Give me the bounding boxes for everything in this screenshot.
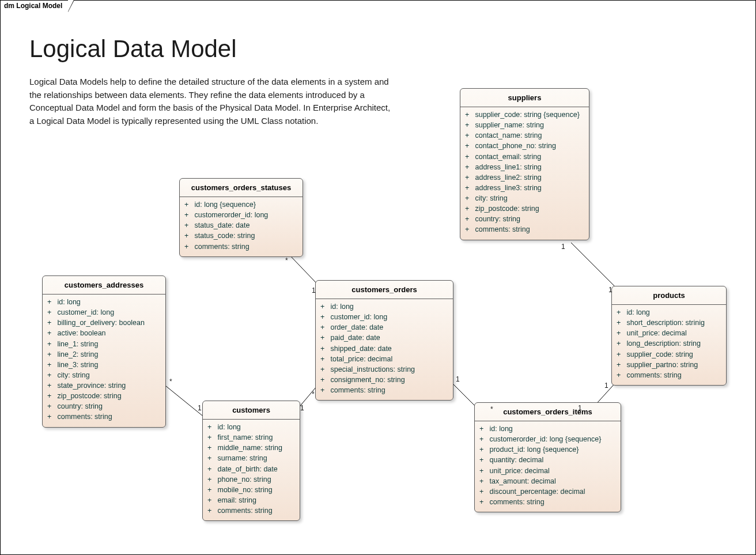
- attribute-text: line_3: string: [55, 361, 98, 369]
- entity-customers-orders-items: customers_orders_items + id: long+ custo…: [474, 402, 621, 512]
- entity-header: customers_orders_statuses: [180, 179, 303, 197]
- entity-body: + id: long+ customer_id: long+ order_dat…: [316, 299, 453, 400]
- attribute-row: + comments: string: [320, 385, 448, 395]
- attribute-text: shipped_date: date: [328, 345, 392, 353]
- visibility-marker: +: [479, 424, 487, 434]
- visibility-marker: +: [479, 497, 487, 507]
- attribute-row: + paid_date: date: [320, 333, 448, 343]
- attribute-row: + surname: string: [207, 453, 295, 463]
- visibility-marker: +: [207, 495, 216, 505]
- attribute-text: comments: string: [487, 498, 545, 506]
- attribute-row: + short_description: strinig: [617, 318, 721, 328]
- attribute-text: order_date: date: [328, 323, 383, 331]
- visibility-marker: +: [320, 301, 328, 312]
- entity-customers: customers + id: long+ first_name: string…: [202, 401, 300, 521]
- visibility-marker: +: [47, 297, 55, 307]
- attribute-text: total_price: decimal: [328, 355, 392, 363]
- attribute-text: zip_postcode: string: [55, 392, 122, 400]
- entity-body: + id: long+ customer_id: long+ billing_o…: [43, 295, 165, 427]
- attribute-row: + status_date: date: [184, 220, 298, 231]
- attribute-row: + state_province: string: [47, 380, 161, 391]
- visibility-marker: +: [465, 162, 473, 172]
- entity-customers-orders-statuses: customers_orders_statuses + id: long {se…: [179, 178, 303, 257]
- multiplicity-label: 1: [300, 404, 304, 412]
- attribute-row: + country: string: [47, 401, 161, 411]
- attribute-row: + discount_percentage: decimal: [479, 486, 616, 497]
- attribute-row: + total_price: decimal: [320, 354, 448, 364]
- attribute-text: product_id: long {sequence}: [487, 445, 579, 454]
- attribute-row: + address_line1: string: [465, 162, 584, 172]
- visibility-marker: +: [617, 370, 625, 380]
- attribute-text: customer_id: long: [328, 313, 387, 321]
- visibility-marker: +: [479, 444, 487, 455]
- attribute-text: contact_phone_no: string: [473, 142, 556, 150]
- entity-body: + id: long {sequence}+ customerorder_id:…: [180, 197, 303, 256]
- visibility-marker: +: [617, 349, 625, 360]
- visibility-marker: +: [465, 152, 473, 162]
- attribute-text: tax_amount: decimal: [487, 477, 556, 485]
- entity-customers-addresses: customers_addresses + id: long+ customer…: [42, 275, 166, 428]
- attribute-row: + id: long: [320, 301, 448, 312]
- attribute-text: address_line1: string: [473, 163, 542, 171]
- attribute-text: long_description: string: [625, 339, 701, 348]
- svg-line-1: [160, 381, 202, 416]
- attribute-row: + order_date: date: [320, 322, 448, 333]
- visibility-marker: +: [465, 141, 473, 151]
- attribute-row: + zip_postcode: string: [465, 203, 584, 214]
- attribute-text: supplier_code: string {sequence}: [473, 111, 580, 119]
- attribute-text: address_line2: string: [473, 173, 542, 182]
- attribute-row: + quantity: decimal: [479, 455, 616, 465]
- visibility-marker: +: [207, 422, 216, 432]
- visibility-marker: +: [465, 110, 473, 120]
- visibility-marker: +: [47, 380, 55, 391]
- entity-body: + id: long+ first_name: string+ middle_n…: [203, 420, 300, 520]
- entity-customers-orders: customers_orders + id: long+ customer_id…: [315, 280, 453, 401]
- attribute-text: supplier_partno: string: [625, 361, 698, 369]
- svg-line-5: [571, 243, 620, 292]
- visibility-marker: +: [465, 193, 473, 203]
- attribute-row: + email: string: [207, 495, 295, 505]
- attribute-text: first_name: string: [216, 433, 273, 441]
- attribute-row: + address_line3: string: [465, 183, 584, 193]
- visibility-marker: +: [479, 455, 487, 465]
- visibility-marker: +: [320, 385, 328, 395]
- attribute-text: zip_postcode: string: [473, 205, 539, 213]
- attribute-text: active: boolean: [55, 329, 106, 337]
- visibility-marker: +: [184, 199, 192, 210]
- attribute-row: + unit_price: decimal: [617, 328, 721, 338]
- attribute-row: + contact_phone_no: string: [465, 141, 584, 151]
- attribute-text: supplier_name: string: [473, 121, 544, 129]
- attribute-text: email: string: [216, 496, 256, 504]
- attribute-text: country: string: [55, 402, 103, 410]
- visibility-marker: +: [465, 183, 473, 193]
- multiplicity-label: 1: [561, 243, 565, 251]
- entity-header: suppliers: [460, 89, 589, 107]
- attribute-text: billing_or_delivery: boolean: [55, 319, 145, 327]
- visibility-marker: +: [207, 505, 216, 516]
- attribute-row: + date_of_birth: date: [207, 464, 295, 474]
- entity-body: + id: long+ customerorder_id: long {sequ…: [475, 421, 621, 512]
- attribute-row: + supplier_code: string: [617, 349, 721, 360]
- attribute-row: + city: string: [465, 193, 584, 203]
- entity-header: customers: [203, 401, 300, 420]
- attribute-text: id: long: [328, 303, 354, 311]
- visibility-marker: +: [617, 307, 625, 318]
- visibility-marker: +: [184, 231, 192, 241]
- attribute-row: + id: long: [617, 307, 721, 318]
- multiplicity-label: 1: [604, 382, 608, 390]
- attribute-row: + customerorder_id: long: [184, 210, 298, 220]
- attribute-row: + first_name: string: [207, 432, 295, 443]
- visibility-marker: +: [47, 349, 55, 360]
- visibility-marker: +: [465, 130, 473, 141]
- visibility-marker: +: [617, 328, 625, 338]
- attribute-text: customer_id: long: [55, 308, 114, 316]
- attribute-row: + comments: string: [207, 505, 295, 516]
- attribute-row: + supplier_code: string {sequence}: [465, 110, 584, 120]
- attribute-text: country: string: [473, 215, 520, 223]
- visibility-marker: +: [47, 328, 55, 338]
- attribute-row: + contact_email: string: [465, 152, 584, 162]
- attribute-text: state_province: string: [55, 382, 126, 390]
- visibility-marker: +: [207, 453, 216, 463]
- attribute-text: mobile_no: string: [216, 486, 273, 494]
- visibility-marker: +: [207, 443, 216, 453]
